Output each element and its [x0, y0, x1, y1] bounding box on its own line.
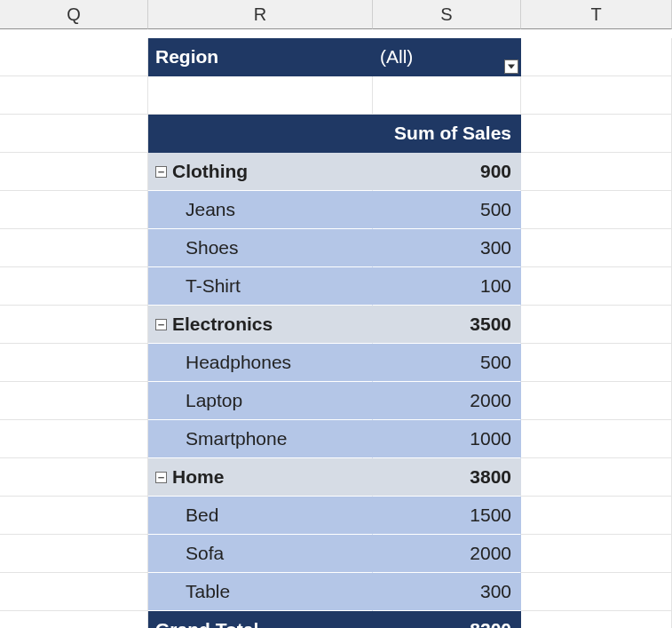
pivot-item-row[interactable]: Smartphone [148, 420, 373, 458]
item-value: 1500 [470, 505, 511, 526]
pivot-category-total[interactable]: 3800 [373, 458, 521, 497]
filter-value: (All) [380, 46, 413, 68]
item-value: 1000 [470, 428, 511, 449]
item-label: Jeans [186, 199, 235, 220]
cell-blank[interactable] [521, 153, 672, 191]
category-label: Home [172, 466, 224, 488]
cell-blank[interactable] [0, 611, 148, 628]
collapse-icon[interactable]: − [155, 319, 167, 330]
pivot-row-header-blank[interactable] [148, 115, 373, 153]
cell-blank[interactable] [521, 497, 672, 535]
cell-blank[interactable] [0, 306, 148, 344]
cell-blank[interactable] [0, 573, 148, 611]
pivot-item-value[interactable]: 1000 [373, 420, 521, 458]
pivot-item-row[interactable]: Headphones [148, 344, 373, 382]
cell-blank[interactable] [0, 344, 148, 382]
grand-total-label: Grand Total [155, 619, 258, 628]
pivot-filter-label[interactable]: Region [148, 38, 373, 76]
item-label: Bed [186, 505, 218, 526]
pivot-item-row[interactable]: Laptop [148, 382, 373, 420]
item-label: Sofa [186, 543, 224, 564]
cell-blank[interactable] [148, 76, 373, 115]
cell-blank[interactable] [0, 38, 148, 76]
pivot-item-row[interactable]: Shoes [148, 229, 373, 267]
category-label: Clothing [172, 161, 248, 182]
cell-blank[interactable] [0, 267, 148, 306]
cell-blank[interactable] [521, 611, 672, 628]
pivot-category-total[interactable]: 3500 [373, 306, 521, 344]
cell-blank[interactable] [521, 382, 672, 420]
cell-blank[interactable] [521, 76, 672, 115]
pivot-item-value[interactable]: 500 [373, 344, 521, 382]
cell-blank[interactable] [521, 38, 672, 76]
grand-total-value: 8200 [470, 619, 511, 628]
spreadsheet-grid: Q R S T Region (All) Sum of Sales − Clot… [0, 0, 672, 628]
item-value: 300 [480, 581, 511, 602]
cell-blank[interactable] [521, 344, 672, 382]
cell-blank[interactable] [0, 382, 148, 420]
item-value: 500 [480, 352, 511, 373]
pivot-item-value[interactable]: 300 [373, 573, 521, 611]
item-label: Smartphone [186, 428, 287, 449]
col-header-t[interactable]: T [521, 0, 672, 29]
item-value: 500 [480, 199, 511, 220]
category-total-value: 900 [480, 161, 511, 182]
cell-blank[interactable] [0, 535, 148, 573]
category-label: Electronics [172, 314, 273, 335]
pivot-category-total[interactable]: 900 [373, 153, 521, 191]
cell-blank[interactable] [521, 229, 672, 267]
collapse-icon[interactable]: − [155, 472, 167, 483]
cell-blank[interactable] [521, 535, 672, 573]
pivot-item-value[interactable]: 2000 [373, 535, 521, 573]
category-total-value: 3800 [470, 466, 511, 488]
pivot-category-row[interactable]: − Home [148, 458, 373, 497]
item-label: Table [186, 581, 230, 602]
cell-blank[interactable] [0, 153, 148, 191]
cell-blank[interactable] [0, 420, 148, 458]
col-header-r[interactable]: R [148, 0, 373, 29]
item-label: Headphones [186, 352, 291, 373]
cell-blank[interactable] [521, 458, 672, 497]
cell-blank[interactable] [521, 420, 672, 458]
pivot-item-value[interactable]: 300 [373, 229, 521, 267]
cell-blank[interactable] [0, 76, 148, 115]
item-value: 2000 [470, 390, 511, 411]
chevron-down-icon [508, 64, 515, 69]
cell-blank[interactable] [521, 191, 672, 229]
pivot-item-value[interactable]: 2000 [373, 382, 521, 420]
pivot-category-row[interactable]: − Clothing [148, 153, 373, 191]
pivot-item-row[interactable]: Sofa [148, 535, 373, 573]
pivot-item-row[interactable]: Jeans [148, 191, 373, 229]
pivot-item-row[interactable]: Table [148, 573, 373, 611]
pivot-value-header[interactable]: Sum of Sales [373, 115, 521, 153]
pivot-filter-value-cell[interactable]: (All) [373, 38, 521, 76]
cell-blank[interactable] [0, 229, 148, 267]
pivot-grand-total-label[interactable]: Grand Total [148, 611, 373, 628]
cell-blank[interactable] [521, 267, 672, 306]
cell-blank[interactable] [521, 115, 672, 153]
pivot-item-value[interactable]: 1500 [373, 497, 521, 535]
item-value: 2000 [470, 543, 511, 564]
pivot-category-row[interactable]: − Electronics [148, 306, 373, 344]
category-total-value: 3500 [470, 314, 511, 335]
cell-blank[interactable] [521, 306, 672, 344]
cell-blank[interactable] [0, 191, 148, 229]
cell-blank[interactable] [521, 573, 672, 611]
item-label: Laptop [186, 390, 242, 411]
cell-blank[interactable] [373, 76, 521, 115]
item-label: Shoes [186, 237, 239, 258]
cell-blank[interactable] [0, 458, 148, 497]
collapse-icon[interactable]: − [155, 166, 167, 178]
pivot-item-row[interactable]: T-Shirt [148, 267, 373, 306]
item-value: 300 [480, 237, 511, 258]
value-header-label: Sum of Sales [394, 123, 511, 144]
pivot-item-value[interactable]: 100 [373, 267, 521, 306]
cell-blank[interactable] [0, 115, 148, 153]
cell-blank[interactable] [0, 497, 148, 535]
pivot-grand-total-value[interactable]: 8200 [373, 611, 521, 628]
pivot-item-row[interactable]: Bed [148, 497, 373, 535]
pivot-item-value[interactable]: 500 [373, 191, 521, 229]
col-header-s[interactable]: S [373, 0, 521, 29]
filter-dropdown-button[interactable] [504, 60, 518, 74]
col-header-q[interactable]: Q [0, 0, 148, 29]
